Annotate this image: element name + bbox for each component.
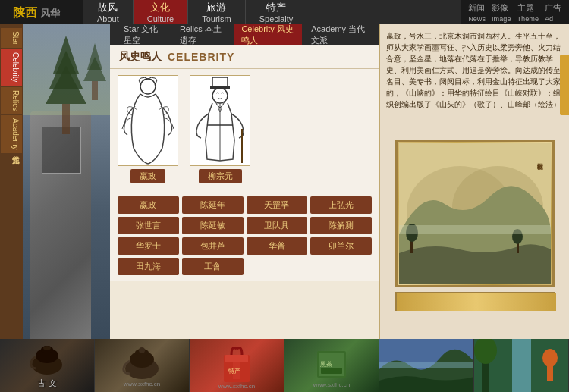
- celeb-btn-6[interactable]: 卫队具: [247, 217, 308, 234]
- svg-text:风华: 风华: [39, 8, 61, 19]
- nav-culture[interactable]: 文化 Culture: [134, 0, 188, 24]
- svg-rect-10: [212, 77, 228, 88]
- painting-area: 秋山红树图: [380, 111, 569, 339]
- main-area: Star文化星空 Celebrity风史鸣人 Relics本土遗存 Academ…: [0, 24, 569, 339]
- celebrity-grid: 嬴政 陈延年 天罡孚 上弘光 张世言 陈延敏 卫队具 陈解测 华罗士 包井芦 华…: [110, 190, 379, 281]
- celeb-btn-9[interactable]: 包井芦: [182, 237, 244, 255]
- thumbnail-4[interactable]: 黑茶 www.sxfhc.cn: [284, 339, 379, 392]
- celeb-btn-11[interactable]: 卯兰尔: [310, 237, 372, 255]
- nav-right: 新闻News 影像Image 主题Theme 广告Ad: [461, 0, 569, 24]
- subnav-celebrity[interactable]: Celebrity 风史鸣人: [234, 24, 302, 48]
- nav-specialty-en: Specialty: [259, 14, 294, 24]
- svg-rect-43: [379, 362, 473, 368]
- svg-rect-8: [92, 81, 98, 100]
- svg-rect-25: [397, 293, 556, 311]
- bottom-bar: 古 文 www.sxfhc.cn 特产 www.: [0, 339, 569, 392]
- right-panel: 嬴政，号水三，北京木洞市洞西村人。生平五十至，师从大家学画墨写狂、扑入历史以柔旁…: [379, 24, 569, 339]
- svg-text:陕西: 陕西: [13, 6, 38, 19]
- portrait-label-1: 嬴政: [130, 169, 165, 183]
- nav-tourism-cn: 旅游: [206, 1, 226, 14]
- portrait-yingzheng[interactable]: 嬴政: [118, 75, 178, 183]
- nav-tourism[interactable]: 旅游 Tourism: [188, 0, 246, 24]
- celeb-btn-4[interactable]: 张世言: [118, 217, 179, 234]
- thumbnail-1[interactable]: 古 文: [0, 339, 95, 392]
- painting-main: 秋山红树图: [395, 140, 555, 287]
- nav-news[interactable]: 新闻News: [468, 2, 486, 23]
- thumb-url-3: www.sxfhc.cn: [218, 383, 255, 390]
- celebrity-title-en: CELEBRITY: [168, 51, 234, 63]
- nav-culture-cn: 文化: [150, 1, 170, 14]
- svg-rect-41: [321, 368, 342, 374]
- nav-image[interactable]: 影像Image: [492, 2, 511, 23]
- svg-rect-5: [62, 104, 70, 134]
- svg-rect-49: [547, 365, 553, 381]
- celeb-btn-5[interactable]: 陈延敏: [182, 217, 244, 234]
- svg-point-33: [139, 347, 145, 353]
- thumbnail-6[interactable]: [474, 339, 569, 392]
- subnav-academy[interactable]: Academy 当代文派: [303, 24, 373, 48]
- center-content: Star 文化星空 Relics 本土遗存 Celebrity 风史鸣人 Aca…: [110, 24, 379, 339]
- nav-culture-en: Culture: [147, 14, 174, 24]
- site-logo: 陕西 风华: [0, 0, 83, 24]
- subnav-relics[interactable]: Relics 本土遗存: [172, 24, 232, 48]
- nav-about-cn: 故风: [98, 1, 118, 14]
- celeb-btn-3[interactable]: 上弘光: [310, 196, 372, 214]
- photo-panel: [23, 24, 110, 339]
- portrait-liuzongyuan[interactable]: 柳宗元: [190, 75, 250, 183]
- sub-navigation: Star 文化星空 Relics 本土遗存 Celebrity 风史鸣人 Aca…: [110, 24, 379, 45]
- portraits-area: 嬴政: [110, 69, 379, 190]
- nav-theme[interactable]: 主题Theme: [517, 2, 539, 23]
- nav-items: 故风 About 文化 Culture 旅游 Tourism 特产 Specia…: [83, 0, 461, 24]
- svg-point-12: [212, 88, 228, 103]
- celeb-btn-2[interactable]: 天罡孚: [247, 196, 308, 214]
- thumb-url-2: www.sxfhc.cn: [124, 381, 160, 387]
- scroll-tab[interactable]: [560, 55, 569, 115]
- svg-text:特产: 特产: [228, 368, 240, 375]
- nav-about[interactable]: 故风 About: [83, 0, 134, 24]
- celeb-btn-1[interactable]: 陈延年: [182, 196, 244, 214]
- svg-text:黑茶: 黑茶: [320, 361, 332, 368]
- svg-point-9: [140, 79, 156, 94]
- thumbnail-5[interactable]: [379, 339, 474, 392]
- svg-rect-23: [399, 225, 551, 234]
- portrait-label-2: 柳宗元: [199, 169, 242, 183]
- nav-about-en: About: [97, 14, 119, 24]
- thumbnail-3[interactable]: 特产 www.sxfhc.cn: [190, 339, 284, 392]
- celeb-btn-13[interactable]: 工會: [182, 258, 244, 275]
- nav-specialty[interactable]: 特产 Specialty: [246, 0, 308, 24]
- subnav-star[interactable]: Star 文化星空: [116, 24, 171, 48]
- sidebar-item-star[interactable]: Star文化星空: [1, 28, 22, 48]
- celeb-btn-0[interactable]: 嬴政: [118, 196, 179, 214]
- svg-marker-7: [83, 57, 106, 81]
- svg-point-48: [542, 349, 558, 367]
- thumbnail-2[interactable]: www.sxfhc.cn: [95, 339, 190, 392]
- painting-strip: [395, 292, 555, 311]
- svg-rect-47: [512, 339, 531, 392]
- top-navigation: 陕西 风华 故风 About 文化 Culture 旅游 Tourism 特产 …: [0, 0, 569, 24]
- nav-ad[interactable]: 广告Ad: [545, 2, 561, 23]
- celeb-btn-8[interactable]: 华罗士: [118, 237, 179, 255]
- svg-point-29: [43, 346, 51, 350]
- nav-tourism-en: Tourism: [202, 14, 231, 24]
- celeb-btn-10[interactable]: 华普: [247, 237, 308, 255]
- portrait-img-liuzongyuan: [190, 75, 250, 166]
- sidebar-item-relics[interactable]: Relics本土遗存: [1, 87, 22, 114]
- celeb-btn-7[interactable]: 陈解测: [310, 217, 372, 234]
- bio-content: 嬴政，号水三，北京木洞市洞西村人。生平五十至，师从大家学画墨写狂、扑入历史以柔旁…: [386, 32, 561, 111]
- nav-specialty-cn: 特产: [266, 1, 286, 14]
- celebrity-header: 风史鸣人 CELEBRITY: [110, 45, 379, 69]
- sidebar-item-celebrity[interactable]: Celebrity风史鸣人: [1, 49, 22, 85]
- left-sidebar: Star文化星空 Celebrity风史鸣人 Relics本土遗存 Academ…: [0, 24, 23, 339]
- sidebar-item-academy[interactable]: Academy当代文派: [1, 115, 22, 153]
- thumb-url-4: www.sxfhc.cn: [313, 381, 350, 388]
- biography-text: 嬴政，号水三，北京木洞市洞西村人。生平五十至，师从大家学画墨写狂、扑入历史以柔旁…: [380, 24, 569, 111]
- portrait-img-yingzheng: [118, 75, 178, 166]
- thumb-label-1: 古 文: [37, 378, 56, 389]
- celeb-btn-12[interactable]: 田九海: [118, 258, 179, 275]
- celebrity-title-cn: 风史鸣人: [119, 50, 162, 64]
